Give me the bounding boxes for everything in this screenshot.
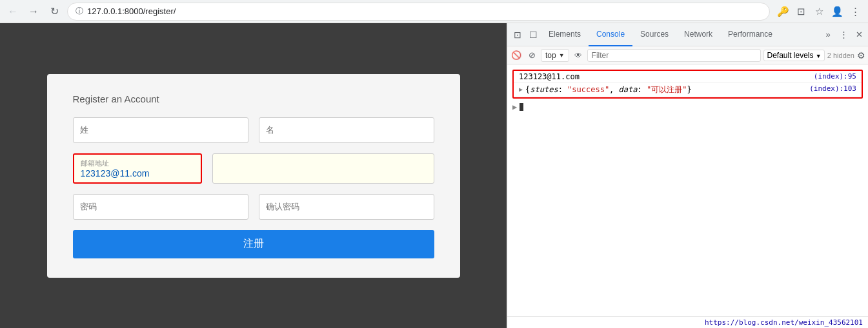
hidden-count: 2 hidden <box>827 52 854 59</box>
status-url: https://blog.csdn.net/weixin_43562101 <box>705 318 863 327</box>
console-line-link[interactable]: (index):95 <box>814 72 856 81</box>
context-dropdown-arrow: ▼ <box>559 52 565 59</box>
last-name-input[interactable] <box>259 117 434 143</box>
console-line: ▶ {stutes: "success", data: "可以注册"} (ind… <box>514 83 862 97</box>
email-label: 邮箱地址 <box>81 159 194 168</box>
console-settings-icon[interactable]: ⚙ <box>857 50 865 61</box>
levels-dropdown[interactable]: Default levels ▼ <box>763 50 824 61</box>
password-field <box>73 194 248 220</box>
more-tabs-icon[interactable]: » <box>822 28 834 41</box>
register-card: Register an Account 邮箱地址 123123@11.com <box>47 74 460 278</box>
last-name-field <box>259 117 434 143</box>
browser-chrome: ← → ↻ ⓘ 127.0.0.1:8000/register/ 🔑 ⊡ ☆ 👤… <box>0 0 868 23</box>
password-input[interactable] <box>73 194 248 220</box>
back-button[interactable]: ← <box>5 4 21 19</box>
eye-icon[interactable]: 👁 <box>572 49 585 62</box>
register-button[interactable]: 注册 <box>73 230 434 258</box>
email-row: 邮箱地址 123123@11.com <box>73 153 434 184</box>
register-title: Register an Account <box>73 93 434 104</box>
tab-elements[interactable]: Elements <box>541 23 589 46</box>
devtools-right-icons: » ⋮ ✕ <box>822 28 865 41</box>
console-object-text: {stutes: "success", data: "可以注册"} <box>525 84 807 95</box>
email-right-area <box>212 153 434 184</box>
console-line-link2[interactable]: (index):103 <box>809 84 856 93</box>
browser-toolbar: ← → ↻ ⓘ 127.0.0.1:8000/register/ 🔑 ⊡ ☆ 👤… <box>0 0 868 23</box>
lock-icon: ⓘ <box>76 6 83 17</box>
console-input-line: ▶ <box>507 101 868 113</box>
console-prompt: ▶ <box>512 102 517 111</box>
url-text: 127.0.0.1:8000/register/ <box>87 6 176 16</box>
devtools-more-icon[interactable]: ⋮ <box>837 28 850 41</box>
main-layout: Register an Account 邮箱地址 123123@11.com <box>0 23 868 328</box>
devtools-panel: ⊡ ☐ Elements Console Sources Network Per… <box>507 23 868 328</box>
reload-button[interactable]: ↻ <box>46 4 62 19</box>
context-label: top <box>545 51 556 60</box>
more-icon[interactable]: ⋮ <box>847 4 863 19</box>
browser-right-icons: 🔑 ⊡ ☆ 👤 ⋮ <box>775 4 863 19</box>
email-value: 123123@11.com <box>81 168 194 178</box>
console-clear-icon[interactable]: 🚫 <box>510 49 523 62</box>
console-output-block: 123123@11.com (index):95 ▶ {stutes: "suc… <box>512 70 863 99</box>
password-row <box>73 194 434 220</box>
close-devtools-icon[interactable]: ✕ <box>853 28 865 41</box>
expand-arrow[interactable]: ▶ <box>519 86 523 93</box>
inspect-icon[interactable]: ⊡ <box>510 27 525 43</box>
console-context-dropdown[interactable]: top ▼ <box>541 49 569 62</box>
console-line-text: 123123@11.com <box>519 72 811 81</box>
levels-arrow: ▼ <box>816 53 822 59</box>
first-name-field <box>73 117 248 143</box>
tab-performance[interactable]: Performance <box>720 23 780 46</box>
address-bar[interactable]: ⓘ 127.0.0.1:8000/register/ <box>67 3 770 21</box>
name-row <box>73 117 434 143</box>
devtools-tab-bar: ⊡ ☐ Elements Console Sources Network Per… <box>507 23 868 46</box>
forward-button[interactable]: → <box>26 4 41 19</box>
password-icon[interactable]: 🔑 <box>775 4 791 19</box>
console-cursor <box>520 103 523 111</box>
tab-console[interactable]: Console <box>589 23 632 46</box>
email-highlighted-box: 邮箱地址 123123@11.com <box>73 153 202 184</box>
bookmark-icon[interactable]: ☆ <box>811 4 827 19</box>
console-line: 123123@11.com (index):95 <box>514 71 862 83</box>
levels-label: Default levels <box>767 51 813 60</box>
devtools-status-bar: https://blog.csdn.net/weixin_43562101 <box>507 316 868 328</box>
cast-icon[interactable]: ⊡ <box>793 4 809 19</box>
console-content: 123123@11.com (index):95 ▶ {stutes: "suc… <box>507 64 868 316</box>
device-icon[interactable]: ☐ <box>525 27 541 43</box>
tab-sources[interactable]: Sources <box>632 23 676 46</box>
confirm-password-field <box>259 194 434 220</box>
first-name-input[interactable] <box>73 117 248 143</box>
confirm-password-input[interactable] <box>259 194 434 220</box>
page-area: Register an Account 邮箱地址 123123@11.com <box>0 23 507 328</box>
console-stop-icon[interactable]: ⊘ <box>525 49 538 62</box>
profile-icon[interactable]: 👤 <box>829 4 845 19</box>
filter-input[interactable] <box>587 49 762 62</box>
console-toolbar: 🚫 ⊘ top ▼ 👁 Default levels ▼ 2 hidden ⚙ <box>507 46 868 64</box>
tab-network[interactable]: Network <box>676 23 720 46</box>
